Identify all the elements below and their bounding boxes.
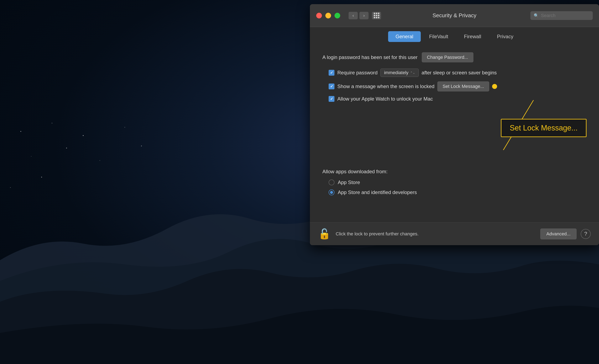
svg-point-6 — [100, 160, 100, 161]
svg-point-2 — [83, 135, 84, 136]
forward-icon: › — [363, 13, 365, 18]
nav-buttons: ‹ › — [349, 12, 381, 19]
lock-icon[interactable]: 🔓 — [318, 228, 331, 240]
set-lock-message-button-inline[interactable]: Set Lock Message... — [437, 81, 489, 91]
forward-button[interactable]: › — [359, 12, 369, 19]
back-icon: ‹ — [352, 13, 354, 18]
search-input[interactable] — [541, 13, 590, 18]
tab-privacy[interactable]: Privacy — [489, 31, 521, 42]
svg-point-1 — [52, 123, 53, 123]
advanced-button[interactable]: Advanced... — [540, 229, 577, 239]
apple-watch-label: Allow your Apple Watch to unlock your Ma… — [337, 96, 433, 102]
login-password-text: A login password has been set for this u… — [322, 54, 418, 60]
window-title: Security & Privacy — [433, 12, 476, 19]
tab-general[interactable]: General — [388, 31, 421, 42]
security-privacy-window: ‹ › Security & Privacy 🔍 General FileVau… — [310, 4, 599, 245]
require-password-label-before: Require password — [337, 70, 378, 76]
app-store-radio[interactable] — [329, 179, 335, 185]
show-message-label: Show a message when the screen is locked — [337, 84, 434, 89]
checkmark-icon: ✓ — [330, 97, 333, 101]
annotation-box: Set Lock Message... — [501, 119, 587, 137]
checkmark-icon: ✓ — [330, 84, 333, 89]
help-button[interactable]: ? — [581, 229, 591, 239]
apple-watch-row: ✓ Allow your Apple Watch to unlock your … — [329, 96, 587, 102]
svg-point-5 — [66, 147, 67, 148]
search-bar[interactable]: 🔍 — [530, 11, 593, 20]
app-store-developers-label: App Store and identified developers — [338, 189, 417, 195]
search-icon: 🔍 — [534, 13, 539, 18]
svg-point-0 — [20, 131, 21, 132]
titlebar: ‹ › Security & Privacy 🔍 — [310, 4, 599, 27]
yellow-indicator-dot — [492, 84, 497, 89]
apps-section: Allow apps downloaded from: App Store Ap… — [322, 169, 587, 195]
annotation-area: Set Lock Message... — [322, 106, 587, 165]
svg-point-7 — [141, 145, 142, 146]
svg-point-3 — [124, 127, 125, 127]
login-password-row: A login password has been set for this u… — [322, 52, 587, 62]
app-store-developers-radio[interactable] — [329, 189, 335, 195]
immediately-dropdown[interactable]: immediately ⌃⌄ — [380, 68, 418, 77]
lock-message: Click the lock to prevent further change… — [336, 231, 540, 237]
svg-point-9 — [41, 177, 42, 178]
close-button[interactable] — [316, 13, 322, 18]
show-message-checkbox[interactable]: ✓ — [329, 84, 335, 89]
checkmark-icon: ✓ — [330, 70, 333, 75]
svg-point-8 — [10, 187, 11, 188]
require-password-row: ✓ Require password immediately ⌃⌄ after … — [329, 68, 587, 77]
tab-firewall[interactable]: Firewall — [457, 31, 489, 42]
grid-view-button[interactable] — [372, 12, 381, 19]
back-button[interactable]: ‹ — [349, 12, 358, 19]
apple-watch-checkbox[interactable]: ✓ — [329, 96, 335, 102]
content-area: A login password has been set for this u… — [310, 46, 599, 222]
footer: 🔓 Click the lock to prevent further chan… — [310, 222, 599, 245]
chevron-up-down-icon: ⌃⌄ — [410, 71, 415, 74]
app-store-label: App Store — [338, 179, 360, 185]
require-password-checkbox[interactable]: ✓ — [329, 70, 335, 76]
require-password-label-after: after sleep or screen saver begins — [422, 70, 497, 76]
tab-bar: General FileVault Firewall Privacy — [310, 27, 599, 46]
apps-section-title: Allow apps downloaded from: — [322, 169, 587, 175]
traffic-lights — [316, 13, 340, 18]
radio-selected-dot — [330, 191, 333, 194]
maximize-button[interactable] — [335, 13, 340, 18]
change-password-button[interactable]: Change Password... — [422, 52, 473, 62]
dropdown-value: immediately — [384, 70, 408, 76]
grid-icon — [374, 13, 379, 18]
minimize-button[interactable] — [325, 13, 331, 18]
show-message-row: ✓ Show a message when the screen is lock… — [329, 81, 587, 91]
radio-app-store-developers-row: App Store and identified developers — [329, 189, 587, 195]
svg-point-4 — [31, 156, 31, 156]
tab-filevault[interactable]: FileVault — [422, 31, 456, 42]
radio-app-store-row: App Store — [329, 179, 587, 185]
